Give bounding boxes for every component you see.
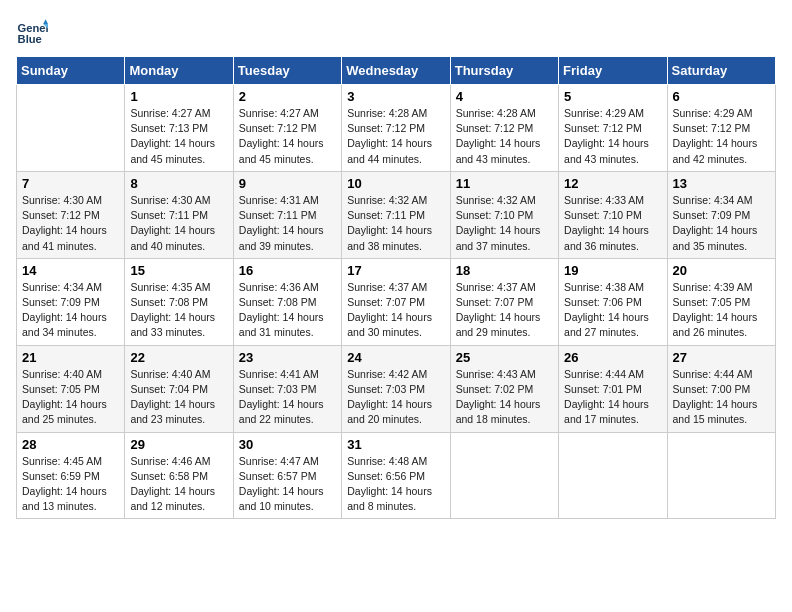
calendar-cell: 3Sunrise: 4:28 AM Sunset: 7:12 PM Daylig… (342, 85, 450, 172)
calendar-cell: 11Sunrise: 4:32 AM Sunset: 7:10 PM Dayli… (450, 171, 558, 258)
day-number: 17 (347, 263, 444, 278)
calendar-cell: 19Sunrise: 4:38 AM Sunset: 7:06 PM Dayli… (559, 258, 667, 345)
cell-content: Sunrise: 4:29 AM Sunset: 7:12 PM Dayligh… (564, 106, 661, 167)
calendar-cell: 30Sunrise: 4:47 AM Sunset: 6:57 PM Dayli… (233, 432, 341, 519)
calendar-cell: 10Sunrise: 4:32 AM Sunset: 7:11 PM Dayli… (342, 171, 450, 258)
page-header: General Blue (16, 16, 776, 48)
cell-content: Sunrise: 4:40 AM Sunset: 7:05 PM Dayligh… (22, 367, 119, 428)
calendar-cell: 17Sunrise: 4:37 AM Sunset: 7:07 PM Dayli… (342, 258, 450, 345)
cell-content: Sunrise: 4:44 AM Sunset: 7:00 PM Dayligh… (673, 367, 770, 428)
calendar-table: SundayMondayTuesdayWednesdayThursdayFrid… (16, 56, 776, 519)
day-number: 22 (130, 350, 227, 365)
cell-content: Sunrise: 4:38 AM Sunset: 7:06 PM Dayligh… (564, 280, 661, 341)
calendar-cell: 12Sunrise: 4:33 AM Sunset: 7:10 PM Dayli… (559, 171, 667, 258)
calendar-header-friday: Friday (559, 57, 667, 85)
calendar-week-row: 14Sunrise: 4:34 AM Sunset: 7:09 PM Dayli… (17, 258, 776, 345)
day-number: 10 (347, 176, 444, 191)
day-number: 29 (130, 437, 227, 452)
logo-icon: General Blue (16, 16, 48, 48)
calendar-cell: 15Sunrise: 4:35 AM Sunset: 7:08 PM Dayli… (125, 258, 233, 345)
svg-text:Blue: Blue (18, 33, 42, 45)
cell-content: Sunrise: 4:36 AM Sunset: 7:08 PM Dayligh… (239, 280, 336, 341)
calendar-cell: 31Sunrise: 4:48 AM Sunset: 6:56 PM Dayli… (342, 432, 450, 519)
day-number: 13 (673, 176, 770, 191)
day-number: 2 (239, 89, 336, 104)
cell-content: Sunrise: 4:27 AM Sunset: 7:13 PM Dayligh… (130, 106, 227, 167)
calendar-cell: 26Sunrise: 4:44 AM Sunset: 7:01 PM Dayli… (559, 345, 667, 432)
calendar-cell: 16Sunrise: 4:36 AM Sunset: 7:08 PM Dayli… (233, 258, 341, 345)
day-number: 16 (239, 263, 336, 278)
calendar-cell: 7Sunrise: 4:30 AM Sunset: 7:12 PM Daylig… (17, 171, 125, 258)
day-number: 8 (130, 176, 227, 191)
calendar-week-row: 28Sunrise: 4:45 AM Sunset: 6:59 PM Dayli… (17, 432, 776, 519)
calendar-week-row: 1Sunrise: 4:27 AM Sunset: 7:13 PM Daylig… (17, 85, 776, 172)
calendar-cell: 29Sunrise: 4:46 AM Sunset: 6:58 PM Dayli… (125, 432, 233, 519)
cell-content: Sunrise: 4:45 AM Sunset: 6:59 PM Dayligh… (22, 454, 119, 515)
cell-content: Sunrise: 4:29 AM Sunset: 7:12 PM Dayligh… (673, 106, 770, 167)
calendar-week-row: 21Sunrise: 4:40 AM Sunset: 7:05 PM Dayli… (17, 345, 776, 432)
cell-content: Sunrise: 4:43 AM Sunset: 7:02 PM Dayligh… (456, 367, 553, 428)
day-number: 3 (347, 89, 444, 104)
cell-content: Sunrise: 4:33 AM Sunset: 7:10 PM Dayligh… (564, 193, 661, 254)
calendar-header-saturday: Saturday (667, 57, 775, 85)
day-number: 28 (22, 437, 119, 452)
calendar-cell: 21Sunrise: 4:40 AM Sunset: 7:05 PM Dayli… (17, 345, 125, 432)
calendar-cell: 13Sunrise: 4:34 AM Sunset: 7:09 PM Dayli… (667, 171, 775, 258)
calendar-header-wednesday: Wednesday (342, 57, 450, 85)
calendar-header-thursday: Thursday (450, 57, 558, 85)
cell-content: Sunrise: 4:48 AM Sunset: 6:56 PM Dayligh… (347, 454, 444, 515)
day-number: 4 (456, 89, 553, 104)
calendar-cell (17, 85, 125, 172)
cell-content: Sunrise: 4:28 AM Sunset: 7:12 PM Dayligh… (456, 106, 553, 167)
calendar-cell: 18Sunrise: 4:37 AM Sunset: 7:07 PM Dayli… (450, 258, 558, 345)
cell-content: Sunrise: 4:27 AM Sunset: 7:12 PM Dayligh… (239, 106, 336, 167)
day-number: 23 (239, 350, 336, 365)
day-number: 24 (347, 350, 444, 365)
calendar-cell: 25Sunrise: 4:43 AM Sunset: 7:02 PM Dayli… (450, 345, 558, 432)
day-number: 5 (564, 89, 661, 104)
cell-content: Sunrise: 4:44 AM Sunset: 7:01 PM Dayligh… (564, 367, 661, 428)
cell-content: Sunrise: 4:46 AM Sunset: 6:58 PM Dayligh… (130, 454, 227, 515)
cell-content: Sunrise: 4:31 AM Sunset: 7:11 PM Dayligh… (239, 193, 336, 254)
day-number: 18 (456, 263, 553, 278)
day-number: 6 (673, 89, 770, 104)
calendar-cell: 1Sunrise: 4:27 AM Sunset: 7:13 PM Daylig… (125, 85, 233, 172)
cell-content: Sunrise: 4:28 AM Sunset: 7:12 PM Dayligh… (347, 106, 444, 167)
calendar-cell (559, 432, 667, 519)
calendar-cell: 24Sunrise: 4:42 AM Sunset: 7:03 PM Dayli… (342, 345, 450, 432)
cell-content: Sunrise: 4:32 AM Sunset: 7:11 PM Dayligh… (347, 193, 444, 254)
day-number: 20 (673, 263, 770, 278)
calendar-cell: 28Sunrise: 4:45 AM Sunset: 6:59 PM Dayli… (17, 432, 125, 519)
cell-content: Sunrise: 4:41 AM Sunset: 7:03 PM Dayligh… (239, 367, 336, 428)
cell-content: Sunrise: 4:34 AM Sunset: 7:09 PM Dayligh… (22, 280, 119, 341)
day-number: 30 (239, 437, 336, 452)
day-number: 25 (456, 350, 553, 365)
calendar-cell: 2Sunrise: 4:27 AM Sunset: 7:12 PM Daylig… (233, 85, 341, 172)
calendar-week-row: 7Sunrise: 4:30 AM Sunset: 7:12 PM Daylig… (17, 171, 776, 258)
calendar-cell: 27Sunrise: 4:44 AM Sunset: 7:00 PM Dayli… (667, 345, 775, 432)
calendar-header-row: SundayMondayTuesdayWednesdayThursdayFrid… (17, 57, 776, 85)
cell-content: Sunrise: 4:47 AM Sunset: 6:57 PM Dayligh… (239, 454, 336, 515)
calendar-header-tuesday: Tuesday (233, 57, 341, 85)
day-number: 19 (564, 263, 661, 278)
cell-content: Sunrise: 4:37 AM Sunset: 7:07 PM Dayligh… (347, 280, 444, 341)
calendar-header-sunday: Sunday (17, 57, 125, 85)
calendar-cell: 9Sunrise: 4:31 AM Sunset: 7:11 PM Daylig… (233, 171, 341, 258)
calendar-cell: 4Sunrise: 4:28 AM Sunset: 7:12 PM Daylig… (450, 85, 558, 172)
day-number: 7 (22, 176, 119, 191)
day-number: 21 (22, 350, 119, 365)
day-number: 1 (130, 89, 227, 104)
calendar-cell (450, 432, 558, 519)
calendar-cell: 8Sunrise: 4:30 AM Sunset: 7:11 PM Daylig… (125, 171, 233, 258)
cell-content: Sunrise: 4:30 AM Sunset: 7:12 PM Dayligh… (22, 193, 119, 254)
day-number: 27 (673, 350, 770, 365)
calendar-cell: 5Sunrise: 4:29 AM Sunset: 7:12 PM Daylig… (559, 85, 667, 172)
cell-content: Sunrise: 4:42 AM Sunset: 7:03 PM Dayligh… (347, 367, 444, 428)
cell-content: Sunrise: 4:30 AM Sunset: 7:11 PM Dayligh… (130, 193, 227, 254)
day-number: 11 (456, 176, 553, 191)
cell-content: Sunrise: 4:35 AM Sunset: 7:08 PM Dayligh… (130, 280, 227, 341)
calendar-cell: 22Sunrise: 4:40 AM Sunset: 7:04 PM Dayli… (125, 345, 233, 432)
day-number: 9 (239, 176, 336, 191)
day-number: 15 (130, 263, 227, 278)
calendar-cell (667, 432, 775, 519)
